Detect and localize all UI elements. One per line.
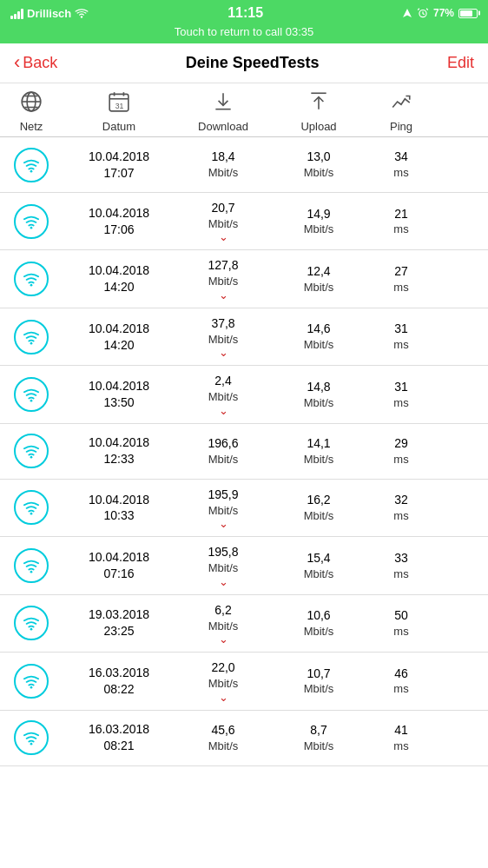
status-time: 11:15: [228, 5, 263, 21]
table-row[interactable]: 16.03.201808:2145,6Mbit/s8,7Mbit/s41ms: [0, 711, 488, 766]
time-value: 23:25: [103, 623, 134, 639]
table-row[interactable]: 10.04.201807:16195,8Mbit/s⌄15,4Mbit/s33m…: [0, 537, 488, 594]
download-value: 22,0: [211, 659, 234, 676]
download-cell: 20,7Mbit/s⌄: [175, 200, 271, 242]
download-unit: Mbit/s: [208, 165, 239, 181]
ping-value: 31: [394, 321, 408, 337]
upload-value: 12,4: [307, 263, 330, 280]
netz-cell: [0, 262, 63, 296]
upload-cell: 14,8Mbit/s: [271, 379, 366, 410]
netz-cell: [0, 606, 63, 640]
download-value: 195,8: [208, 544, 238, 560]
ping-value: 29: [394, 435, 408, 452]
datum-cell: 10.04.201814:20: [63, 262, 175, 295]
table-row[interactable]: 16.03.201808:2222,0Mbit/s⌄10,7Mbit/s46ms: [0, 653, 488, 710]
datum-cell: 10.04.201814:20: [63, 321, 175, 354]
wifi-circle-icon: [14, 262, 49, 296]
upload-cell: 10,6Mbit/s: [271, 607, 366, 639]
upload-cell: 15,4Mbit/s: [271, 550, 366, 581]
ping-cell: 46ms: [366, 666, 436, 697]
page-title: Deine SpeedTests: [186, 54, 320, 72]
date-value: 10.04.2018: [89, 321, 149, 337]
ping-cell: 50ms: [366, 607, 436, 639]
low-indicator-icon: ⌄: [219, 405, 228, 416]
upload-cell: 14,6Mbit/s: [271, 321, 366, 352]
download-value: 20,7: [211, 200, 234, 216]
download-value: 18,4: [211, 149, 234, 165]
netz-cell: [0, 148, 63, 182]
table-row[interactable]: 10.04.201817:0620,7Mbit/s⌄14,9Mbit/s21ms: [0, 193, 488, 250]
back-button[interactable]: ‹ Back: [14, 52, 57, 74]
wifi-status-icon: [75, 8, 89, 19]
nav-bar: ‹ Back Deine SpeedTests Edit: [0, 43, 488, 83]
upload-cell: 14,9Mbit/s: [271, 206, 366, 237]
upload-unit: Mbit/s: [304, 508, 334, 524]
table-row[interactable]: 10.04.201814:2037,8Mbit/s⌄14,6Mbit/s31ms: [0, 308, 488, 366]
speed-test-table: 10.04.201817:0718,4Mbit/s13,0Mbit/s34ms …: [0, 137, 488, 766]
table-row[interactable]: 19.03.201823:256,2Mbit/s⌄10,6Mbit/s50ms: [0, 595, 488, 653]
time-value: 17:07: [103, 165, 134, 182]
upload-label: Upload: [300, 120, 336, 133]
download-cell: 196,6Mbit/s: [175, 435, 271, 467]
ping-unit: ms: [393, 395, 408, 411]
ping-value: 41: [394, 722, 408, 739]
netz-label: Netz: [20, 120, 43, 133]
download-unit: Mbit/s: [208, 503, 239, 519]
upload-unit: Mbit/s: [304, 452, 334, 467]
ping-value: 50: [394, 607, 408, 624]
ping-value: 46: [394, 666, 408, 682]
time-value: 10:33: [103, 507, 134, 524]
table-row[interactable]: 10.04.201813:502,4Mbit/s⌄14,8Mbit/s31ms: [0, 366, 488, 423]
wifi-circle-icon: [14, 204, 49, 239]
upload-cell: 10,7Mbit/s: [271, 666, 366, 697]
wifi-circle-icon: [14, 490, 49, 525]
svg-point-23: [30, 571, 33, 573]
battery-percent: 77%: [433, 7, 454, 19]
ping-cell: 29ms: [366, 435, 436, 467]
upload-unit: Mbit/s: [304, 280, 334, 295]
ping-label: Ping: [390, 120, 412, 133]
datum-cell: 10.04.201813:50: [63, 378, 175, 411]
download-cell: 45,6Mbit/s: [175, 722, 271, 753]
datum-cell: 16.03.201808:22: [63, 665, 175, 698]
ping-unit: ms: [393, 739, 408, 754]
edit-button[interactable]: Edit: [447, 54, 474, 72]
globe-icon: [20, 90, 43, 116]
call-banner[interactable]: Touch to return to call 03:35: [175, 23, 313, 43]
download-cell: 2,4Mbit/s⌄: [175, 373, 271, 415]
upload-unit: Mbit/s: [304, 222, 334, 237]
wifi-waves-icon: [22, 443, 41, 459]
download-label: Download: [198, 120, 248, 133]
carrier-signal: Drillisch: [10, 7, 89, 20]
netz-cell: [0, 720, 63, 755]
netz-cell: [0, 548, 63, 583]
table-row[interactable]: 10.04.201810:33195,9Mbit/s⌄16,2Mbit/s32m…: [0, 480, 488, 537]
table-row[interactable]: 10.04.201812:33196,6Mbit/s14,1Mbit/s29ms: [0, 424, 488, 480]
time-value: 12:33: [103, 451, 134, 467]
svg-point-21: [30, 456, 33, 459]
col-datum: 31 Datum: [63, 90, 175, 133]
download-unit: Mbit/s: [208, 739, 239, 754]
download-cell: 195,8Mbit/s⌄: [175, 544, 271, 586]
download-cell: 18,4Mbit/s: [175, 149, 271, 180]
upload-icon: [307, 90, 330, 116]
datum-cell: 10.04.201817:07: [63, 149, 175, 182]
wifi-waves-icon: [22, 730, 41, 745]
svg-point-19: [30, 341, 33, 344]
ping-cell: 33ms: [366, 550, 436, 581]
table-row[interactable]: 10.04.201814:20127,8Mbit/s⌄12,4Mbit/s27m…: [0, 250, 488, 308]
upload-value: 14,9: [307, 206, 330, 222]
date-value: 10.04.2018: [89, 492, 149, 508]
time-value: 08:21: [103, 738, 134, 754]
date-value: 19.03.2018: [89, 606, 149, 623]
upload-value: 13,0: [307, 149, 330, 165]
status-right: 77%: [402, 7, 478, 19]
ping-cell: 27ms: [366, 263, 436, 295]
date-value: 16.03.2018: [89, 665, 149, 681]
svg-point-17: [30, 227, 33, 229]
svg-point-20: [30, 400, 33, 402]
upload-value: 15,4: [307, 550, 330, 567]
download-unit: Mbit/s: [208, 332, 239, 348]
ping-unit: ms: [393, 567, 408, 582]
table-row[interactable]: 10.04.201817:0718,4Mbit/s13,0Mbit/s34ms: [0, 137, 488, 193]
